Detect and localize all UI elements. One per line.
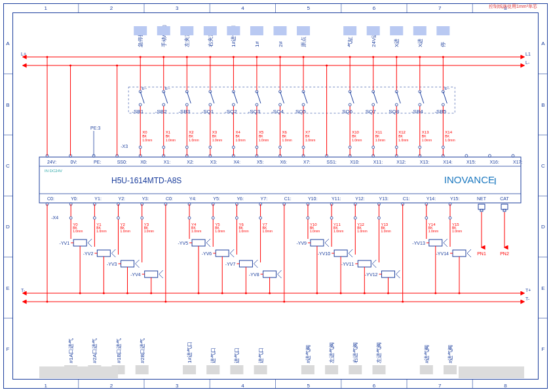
- label: 1.0mm: [452, 229, 462, 233]
- label-blur: [206, 365, 219, 374]
- svg-line-235: [444, 239, 447, 243]
- svg-point-157: [93, 217, 96, 219]
- grid-row: B: [6, 102, 9, 108]
- solenoid-valve: [429, 240, 442, 246]
- grid-col: 2: [110, 383, 113, 389]
- label-blur: [372, 365, 385, 374]
- plc-port-bot: C0:: [166, 196, 173, 201]
- label: 1.0mm: [73, 229, 83, 233]
- svg-point-106: [256, 146, 258, 149]
- label: 1.0mm: [398, 138, 408, 142]
- label-blur: [134, 26, 147, 35]
- grid-col: 1: [44, 383, 47, 389]
- svg-point-124: [349, 146, 351, 149]
- svg-point-111: [279, 103, 282, 106]
- grid-row: B: [541, 102, 544, 108]
- svg-point-136: [395, 146, 398, 149]
- svg-line-159: [111, 253, 115, 257]
- grid-col: 4: [241, 383, 244, 389]
- plc-port-top: SS1:: [327, 160, 337, 164]
- label: 1.0mm: [166, 138, 176, 142]
- svg-point-82: [162, 146, 165, 149]
- label-blur: [180, 26, 193, 35]
- plc-port-top: X0:: [140, 160, 147, 164]
- plc-port-bot: C0:: [47, 196, 54, 201]
- plc-port-top: X15:: [466, 160, 476, 164]
- svg-line-243: [467, 253, 471, 257]
- solenoid-valve: [73, 240, 86, 246]
- plc-port-top: X6:: [280, 160, 288, 164]
- valve-ref: -YV8: [249, 272, 259, 277]
- plc-power-note: IN DC24V: [45, 169, 62, 173]
- valve-desc: #1B口进气: [116, 338, 122, 363]
- svg-point-155: [79, 293, 81, 294]
- svg-point-78: [162, 56, 164, 58]
- svg-line-208: [325, 243, 329, 247]
- rail-label: L+: [21, 52, 26, 56]
- switch-contact: [140, 92, 144, 103]
- switch-desc: 气缸: [347, 37, 353, 47]
- svg-point-190: [221, 293, 223, 294]
- grid-row: C: [541, 163, 545, 169]
- valve-ref: -YV9: [296, 241, 307, 245]
- plc-port-bot: Y7:: [261, 196, 268, 201]
- plc-brand: INOVANCE: [444, 174, 495, 185]
- plc-port-top: 24V:: [47, 160, 56, 164]
- valve-desc: 进气口: [258, 347, 264, 363]
- svg-point-88: [185, 146, 188, 149]
- plc-port-bot: Y4:: [189, 196, 197, 201]
- switch-group-box: [128, 87, 455, 113]
- grid-row: F: [542, 346, 545, 352]
- svg-point-130: [372, 146, 375, 149]
- svg-point-135: [395, 103, 398, 106]
- label: 1.0mm: [305, 138, 315, 142]
- grid-col: 6: [373, 383, 376, 389]
- svg-line-158: [111, 249, 115, 253]
- svg-point-232: [387, 293, 389, 294]
- grid-row: E: [6, 285, 9, 291]
- plc-port-top: 0V:: [71, 160, 77, 164]
- svg-point-220: [354, 217, 356, 219]
- plc-port-top: X7:: [303, 160, 311, 164]
- svg-point-246: [459, 293, 461, 294]
- grid-col: 1: [44, 5, 47, 11]
- switch-desc: 原点: [301, 37, 307, 47]
- svg-line-201: [278, 274, 282, 278]
- svg-line-200: [278, 270, 282, 274]
- svg-line-172: [159, 270, 163, 274]
- grid-col: 5: [307, 383, 310, 389]
- valve-ref: -YV4: [130, 272, 141, 277]
- plc-port-top: X16:: [489, 160, 499, 164]
- valve-desc: 左进气阀: [329, 342, 335, 363]
- label: 1.0mm: [121, 229, 130, 233]
- rail-label: T-: [21, 288, 26, 293]
- label-blur: [204, 26, 217, 35]
- svg-point-94: [209, 146, 212, 149]
- switch-ref: -SB5: [434, 109, 446, 115]
- svg-point-112: [279, 146, 282, 149]
- label-blur: [274, 26, 287, 35]
- switch-contact: [187, 92, 191, 103]
- plc-port-bot: Y12:: [355, 196, 364, 201]
- svg-point-150: [69, 217, 72, 219]
- svg-point-178: [188, 217, 191, 219]
- svg-point-138: [419, 56, 421, 58]
- switch-desc: X进: [394, 39, 400, 47]
- svg-point-176: [150, 293, 152, 294]
- switch-desc: X进: [417, 39, 423, 47]
- label: 1.0mm: [235, 138, 245, 142]
- label: 1.0mm: [375, 138, 385, 142]
- switch-ref: -SB4: [411, 109, 423, 115]
- switch-desc: 停: [440, 42, 446, 47]
- plc-model: H5U-1614MTD-A8S: [111, 176, 181, 185]
- switch-estop: E--: [142, 86, 147, 90]
- grid-col: 8: [504, 383, 507, 389]
- svg-line-242: [467, 249, 471, 253]
- svg-point-75: [139, 103, 142, 106]
- svg-point-144: [442, 56, 444, 58]
- svg-point-254: [402, 301, 404, 303]
- svg-point-260: [116, 65, 118, 67]
- plc-port-top: X2:: [187, 160, 194, 164]
- svg-line-165: [136, 260, 140, 264]
- plc-port-top: X12:: [396, 160, 406, 164]
